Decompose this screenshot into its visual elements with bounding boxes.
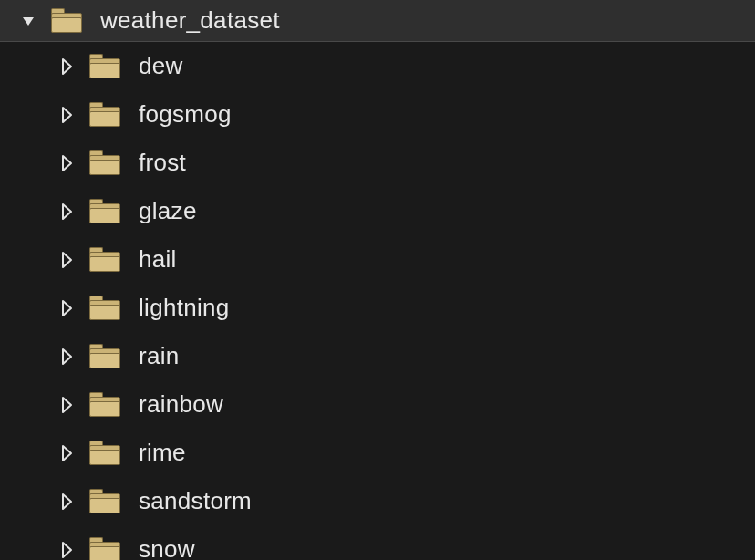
tree-item[interactable]: lightning (0, 284, 755, 332)
svg-marker-10 (63, 494, 71, 509)
folder-icon (78, 392, 131, 417)
tree-item[interactable]: rime (0, 429, 755, 477)
folder-icon (78, 296, 131, 320)
tree-item-label: rain (131, 342, 180, 370)
expand-arrow-icon[interactable] (55, 493, 78, 511)
collapse-arrow-icon[interactable] (16, 14, 40, 28)
tree-item-label: frost (131, 149, 186, 177)
folder-icon (78, 199, 131, 223)
svg-marker-0 (23, 17, 34, 26)
expand-arrow-icon[interactable] (55, 299, 78, 317)
tree-item-label: lightning (131, 294, 230, 322)
svg-marker-8 (63, 398, 71, 412)
tree-item-label: rainbow (131, 390, 223, 419)
expand-arrow-icon[interactable] (55, 154, 78, 172)
tree-item-root[interactable]: weather_dataset (0, 0, 755, 42)
tree-item[interactable]: rainbow (0, 380, 755, 429)
tree-item-label: fogsmog (131, 100, 232, 129)
tree-item[interactable]: hail (0, 235, 755, 284)
svg-marker-9 (63, 446, 71, 461)
folder-icon (78, 150, 131, 175)
expand-arrow-icon[interactable] (55, 251, 78, 269)
svg-marker-3 (63, 156, 71, 171)
tree-item[interactable]: snow (0, 525, 755, 560)
svg-marker-11 (63, 543, 71, 557)
expand-arrow-icon[interactable] (55, 396, 78, 414)
expand-arrow-icon[interactable] (55, 541, 78, 559)
tree-item[interactable]: rain (0, 332, 755, 380)
tree-item[interactable]: sandstorm (0, 477, 755, 525)
folder-icon (78, 54, 131, 78)
svg-marker-6 (63, 301, 71, 316)
tree-item-label: hail (131, 245, 177, 274)
folder-icon (40, 8, 93, 33)
folder-icon (78, 537, 131, 560)
tree-item-label: glaze (131, 197, 197, 225)
tree-item[interactable]: fogsmog (0, 90, 755, 139)
expand-arrow-icon[interactable] (55, 106, 78, 124)
folder-icon (78, 344, 131, 368)
tree-item-label: rime (131, 439, 186, 467)
tree-item-label: dew (131, 52, 183, 80)
svg-marker-7 (63, 349, 71, 364)
folder-icon (78, 247, 131, 272)
tree-item[interactable]: glaze (0, 187, 755, 235)
expand-arrow-icon[interactable] (55, 347, 78, 366)
svg-marker-1 (63, 59, 71, 74)
tree-item-label: sandstorm (131, 487, 252, 515)
svg-marker-5 (63, 253, 71, 267)
folder-icon (78, 102, 131, 127)
tree-item[interactable]: frost (0, 139, 755, 187)
expand-arrow-icon[interactable] (55, 444, 78, 462)
expand-arrow-icon[interactable] (55, 57, 78, 76)
tree-item[interactable]: dew (0, 42, 755, 90)
tree-item-label: weather_dataset (93, 6, 280, 35)
expand-arrow-icon[interactable] (55, 202, 78, 221)
folder-icon (78, 441, 131, 465)
tree-item-label: snow (131, 535, 195, 560)
svg-marker-2 (63, 108, 71, 122)
svg-marker-4 (63, 204, 71, 219)
folder-icon (78, 489, 131, 513)
file-tree: weather_dataset dew fogsmog frost (0, 0, 755, 560)
